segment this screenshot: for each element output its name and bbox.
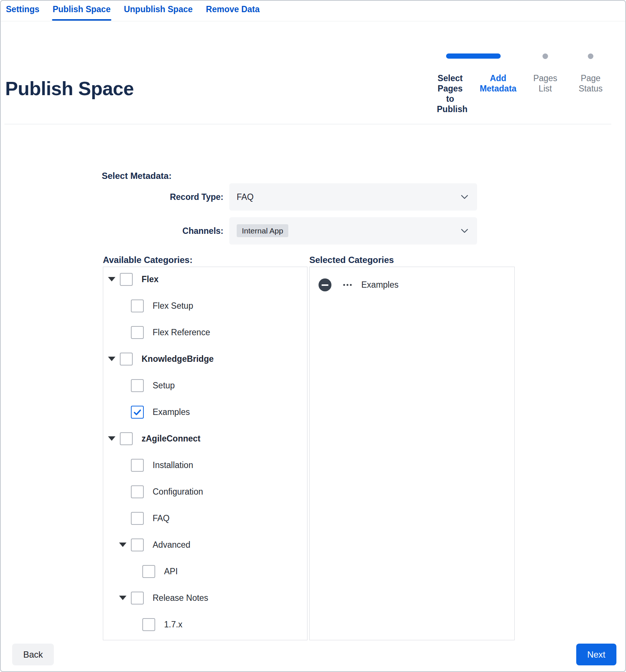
record-type-select[interactable]: FAQ (229, 183, 477, 211)
category-checkbox[interactable] (131, 538, 144, 551)
tab-unpublish-space[interactable]: Unpublish Space (124, 4, 193, 21)
collapse-caret-icon[interactable] (119, 543, 126, 547)
caret-slot (119, 516, 131, 520)
category-1.7.x: 1.7.x (103, 613, 307, 636)
category-label: Installation (153, 460, 193, 470)
stepper-dot-pages-list (543, 53, 548, 59)
selected-categories-box: Examples (309, 267, 515, 640)
tab-remove-data[interactable]: Remove Data (206, 4, 260, 21)
collapse-caret-icon[interactable] (108, 277, 115, 281)
category-checkbox[interactable] (131, 592, 144, 605)
caret-slot (108, 277, 120, 281)
category-checkbox[interactable] (142, 565, 155, 578)
category-checkbox[interactable] (131, 485, 144, 498)
category-label: API (164, 567, 178, 576)
selected-categories-list: Examples (310, 267, 514, 292)
selected-examples: Examples (319, 277, 514, 292)
tab-label: Settings (6, 4, 39, 14)
channels-row: Channels: Internal App (102, 217, 625, 245)
header-divider (4, 124, 611, 124)
step-label-select-pages-to-publish: Select Pages to Publish (437, 73, 463, 114)
category-checkbox[interactable] (142, 618, 155, 631)
category-zagileconnect: zAgileConnect (103, 427, 307, 450)
category-faq: FAQ (103, 507, 307, 530)
category-label: Flex Reference (153, 328, 210, 337)
step-label-add-metadata: Add Metadata (474, 73, 522, 94)
category-advanced: Advanced (103, 533, 307, 556)
category-checkbox[interactable] (120, 432, 133, 445)
channels-select[interactable]: Internal App (229, 217, 477, 245)
category-tree: Flex Flex Setup Flex Reference (103, 267, 307, 636)
caret-slot (119, 543, 131, 547)
record-type-value: FAQ (237, 192, 461, 202)
collapse-caret-icon[interactable] (108, 436, 115, 441)
category-flex-setup: Flex Setup (103, 294, 307, 317)
remove-category-icon[interactable] (319, 278, 331, 291)
drag-handle-icon[interactable] (343, 284, 352, 286)
category-label: zAgileConnect (142, 434, 201, 444)
category-checkbox[interactable] (120, 353, 133, 366)
record-type-label: Record Type: (102, 192, 223, 202)
collapse-caret-icon[interactable] (108, 357, 115, 361)
category-setup: Setup (103, 374, 307, 397)
record-type-row: Record Type: FAQ (102, 183, 625, 211)
selected-categories-heading: Selected Categories (309, 255, 515, 265)
collapse-caret-icon[interactable] (119, 596, 126, 600)
category-checkbox[interactable] (131, 379, 144, 392)
caret-slot (108, 357, 120, 361)
caret-slot (119, 330, 131, 335)
category-checkbox[interactable] (131, 459, 144, 472)
category-label: KnowledgeBridge (142, 354, 214, 364)
wizard-stepper: Select Pages to PublishAdd MetadataPages… (427, 53, 622, 120)
channels-chip-wrap: Internal App (237, 226, 461, 235)
tab-label: Unpublish Space (124, 4, 193, 14)
caret-slot (119, 463, 131, 467)
tab-settings[interactable]: Settings (6, 4, 39, 21)
category-label: Advanced (153, 540, 190, 550)
category-label: Flex (142, 274, 159, 284)
category-label: Configuration (153, 487, 203, 497)
category-checkbox[interactable] (131, 326, 144, 339)
category-label: Examples (153, 407, 190, 417)
tab-label: Remove Data (206, 4, 260, 14)
category-checkbox[interactable] (120, 273, 133, 286)
stepper-dot-page-status (588, 53, 594, 59)
stepper-progress-pill (446, 53, 501, 59)
publish-space-page: SettingsPublish SpaceUnpublish SpaceRemo… (0, 0, 626, 672)
category-checkbox[interactable] (131, 299, 144, 312)
tab-bar: SettingsPublish SpaceUnpublish SpaceRemo… (1, 1, 625, 21)
category-installation: Installation (103, 454, 307, 477)
select-metadata-heading: Select Metadata: (102, 171, 625, 181)
page-title: Publish Space (5, 77, 134, 100)
category-label: Flex Setup (153, 301, 193, 311)
available-categories-heading: Available Categories: (103, 255, 307, 265)
category-examples: Examples (103, 401, 307, 423)
caret-slot (108, 436, 120, 441)
available-categories-column: Available Categories: Flex Flex Set (103, 255, 307, 640)
available-categories-box: Flex Flex Setup Flex Reference (103, 267, 307, 640)
category-checkbox[interactable] (131, 512, 144, 525)
page-header: Publish Space Select Pages to PublishAdd… (1, 21, 625, 124)
caret-slot (119, 596, 131, 600)
channel-chip: Internal App (237, 224, 288, 237)
category-label: 1.7.x (164, 620, 182, 630)
tab-publish-space[interactable]: Publish Space (53, 4, 111, 21)
category-flex: Flex (103, 268, 307, 291)
channels-label: Channels: (102, 226, 223, 236)
checkmark-icon (133, 408, 142, 417)
category-release-notes: Release Notes (103, 586, 307, 609)
chevron-down-icon (461, 228, 468, 233)
selected-category-label: Examples (361, 280, 399, 290)
caret-slot (119, 489, 131, 494)
back-button[interactable]: Back (12, 644, 54, 665)
tab-label: Publish Space (53, 4, 111, 14)
selected-categories-column: Selected Categories Examples (309, 255, 515, 640)
caret-slot (131, 622, 142, 627)
category-api: API (103, 560, 307, 583)
caret-slot (119, 410, 131, 414)
step-label-pages-list: Pages List (532, 73, 559, 94)
next-button[interactable]: Next (576, 644, 616, 665)
caret-slot (119, 304, 131, 308)
category-checkbox[interactable] (131, 406, 144, 419)
category-label: FAQ (153, 513, 170, 523)
